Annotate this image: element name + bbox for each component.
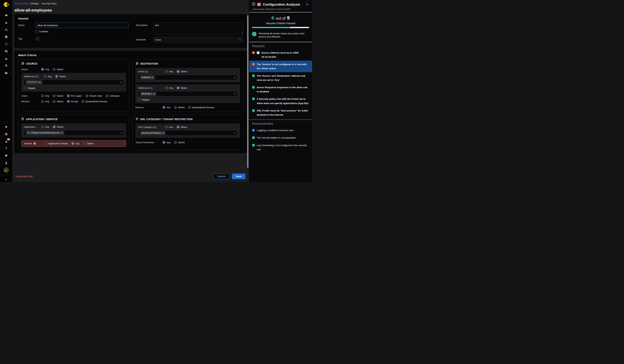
radio-quarantined-devices[interactable]: Quarantined Devices	[188, 106, 214, 109]
source-addresses-input[interactable]: 77.77.77.7 ✕	[24, 80, 124, 85]
sidebar-item-monitoring[interactable]: ›	[1, 69, 11, 76]
radio-application-default[interactable]: Application Default	[44, 142, 68, 145]
sidebar-expand-button[interactable]: ›	[6, 177, 7, 181]
negate-checkbox[interactable]	[24, 87, 26, 90]
schedule-select[interactable]: None	[153, 37, 243, 42]
radio-any[interactable]: Any	[165, 126, 173, 128]
radio-circle[interactable]	[67, 100, 70, 103]
radio-select[interactable]: Select	[174, 106, 185, 109]
radio-circle[interactable]	[165, 87, 168, 89]
radio-any[interactable]: Any	[163, 106, 171, 109]
radio-any[interactable]: Any	[41, 94, 49, 97]
radio-known-user[interactable]: Known User	[85, 94, 102, 97]
url-category-input[interactable]: alcohol-and-tobacco ✕	[138, 130, 238, 136]
negate-checkbox[interactable]	[138, 98, 141, 101]
radio-circle[interactable]	[163, 106, 165, 109]
radio-select[interactable]: Select	[53, 94, 63, 97]
radio-circle[interactable]	[55, 75, 58, 78]
radio-select[interactable]: Select	[53, 68, 63, 71]
radio-select[interactable]: Select	[55, 75, 66, 78]
radio-circle[interactable]	[81, 100, 84, 103]
radio-select[interactable]: Select	[177, 70, 187, 73]
radio-circle[interactable]	[41, 68, 44, 71]
radio-circle[interactable]	[53, 94, 55, 97]
sidebar-item-insights[interactable]: ›	[1, 62, 11, 69]
sidebar-item-favorites[interactable]: ★	[1, 123, 11, 130]
sidebar-item-avatar[interactable]: an	[1, 166, 11, 174]
sidebar-item-reports[interactable]	[1, 48, 11, 55]
radio-circle[interactable]	[165, 126, 168, 128]
radio-select[interactable]: Select	[177, 87, 187, 89]
radio-circle[interactable]	[174, 106, 177, 109]
application-input[interactable]: 104apci-unnumbered-test-con ✕	[24, 130, 124, 136]
radio-circle[interactable]	[53, 126, 55, 128]
radio-circle[interactable]	[71, 142, 74, 145]
radio-no-hip[interactable]: No-hip	[67, 100, 78, 103]
sidebar-item-dashboard[interactable]	[1, 12, 11, 19]
sidebar-item-network[interactable]: ›	[1, 26, 11, 33]
radio-circle[interactable]	[188, 106, 191, 109]
save-button[interactable]: Save	[232, 174, 245, 179]
remove-chip-icon[interactable]: ✕	[61, 132, 62, 134]
analysis-check-item[interactable]: The ‘Service’ is not configured in a rul…	[249, 61, 312, 72]
remove-chip-icon[interactable]: ✕	[39, 81, 41, 83]
cancel-button[interactable]: Cancel	[213, 174, 229, 179]
sidebar-item-settings[interactable]	[1, 130, 11, 138]
analysis-check-item[interactable]: The rule Description is not populated	[249, 134, 312, 141]
radio-circle[interactable]	[165, 70, 168, 73]
radio-any[interactable]: Any	[41, 100, 49, 103]
analysis-check-item[interactable]: The ‘Source’ and ‘Destination’ address a…	[249, 72, 312, 84]
brand-logo-icon[interactable]	[3, 2, 9, 7]
radio-unknown[interactable]: Unknown	[106, 94, 119, 97]
radio-pre-logon[interactable]: Pre Logon	[67, 94, 82, 97]
radio-any[interactable]: Any	[163, 141, 171, 144]
radio-circle[interactable]	[41, 94, 44, 97]
sidebar-item-services[interactable]: ›	[1, 40, 11, 48]
radio-circle[interactable]	[85, 94, 88, 97]
name-input[interactable]	[35, 23, 129, 28]
sidebar-item-feedback[interactable]	[1, 152, 11, 159]
analysis-check-item[interactable]: URL Profile must be "best practice" for …	[249, 107, 312, 118]
radio-circle[interactable]	[177, 70, 179, 73]
radio-circle[interactable]	[67, 94, 70, 97]
radio-circle[interactable]	[106, 94, 108, 97]
destination-zones-input[interactable]: multicast ✕	[138, 75, 238, 80]
analysis-check-item[interactable]: Logging is enabled at session start	[249, 127, 312, 134]
analysis-check-item[interactable]: Log Forwarding is not configured in the …	[249, 142, 312, 153]
radio-circle[interactable]	[177, 126, 179, 128]
analysis-check-item[interactable]: A Security policy rule with the Action s…	[249, 95, 312, 107]
radio-any[interactable]: Any	[44, 75, 52, 78]
sidebar-item-incidents[interactable]: ›	[1, 19, 11, 26]
remove-chip-icon[interactable]: ✕	[151, 76, 153, 78]
remove-chip-icon[interactable]: ✕	[162, 132, 164, 134]
remove-chip-icon[interactable]: ✕	[153, 93, 155, 95]
radio-any[interactable]: Any	[165, 70, 173, 73]
radio-circle[interactable]	[41, 126, 44, 128]
sidebar-item-security-policy[interactable]: ›	[1, 33, 11, 40]
radio-select[interactable]: Select	[177, 126, 187, 128]
radio-circle[interactable]	[44, 75, 47, 78]
radio-circle[interactable]	[41, 100, 44, 103]
analysis-check-item[interactable]: Server Response Inspection in the allow …	[249, 84, 312, 95]
sidebar-item-notifications[interactable]: 6	[1, 138, 11, 145]
destination-addresses-input[interactable]: 66.66.66.1 ✕	[138, 91, 238, 96]
radio-circle[interactable]	[53, 100, 55, 103]
radio-any[interactable]: Any	[165, 87, 173, 89]
scrollbar-thumb[interactable]	[247, 15, 248, 168]
radio-any[interactable]: Any	[41, 126, 49, 128]
breadcrumb-link[interactable]: Security Policy	[14, 2, 29, 5]
radio-circle[interactable]	[174, 141, 177, 144]
radio-any[interactable]: Any	[41, 68, 49, 71]
enabled-checkbox[interactable]	[35, 30, 38, 33]
radio-select[interactable]: Select	[174, 141, 185, 144]
sidebar-item-help[interactable]: ?	[1, 145, 11, 152]
radio-select[interactable]: Select	[53, 100, 63, 103]
add-tag-button[interactable]: +	[35, 37, 39, 41]
radio-select[interactable]: Select	[53, 126, 63, 128]
description-input[interactable]: test	[153, 23, 243, 34]
sidebar-item-alerts[interactable]: ›	[1, 55, 11, 62]
close-icon[interactable]: ✕	[305, 2, 309, 6]
sidebar-item-account[interactable]	[1, 159, 11, 166]
radio-circle[interactable]	[83, 142, 86, 145]
radio-circle[interactable]	[44, 142, 47, 145]
